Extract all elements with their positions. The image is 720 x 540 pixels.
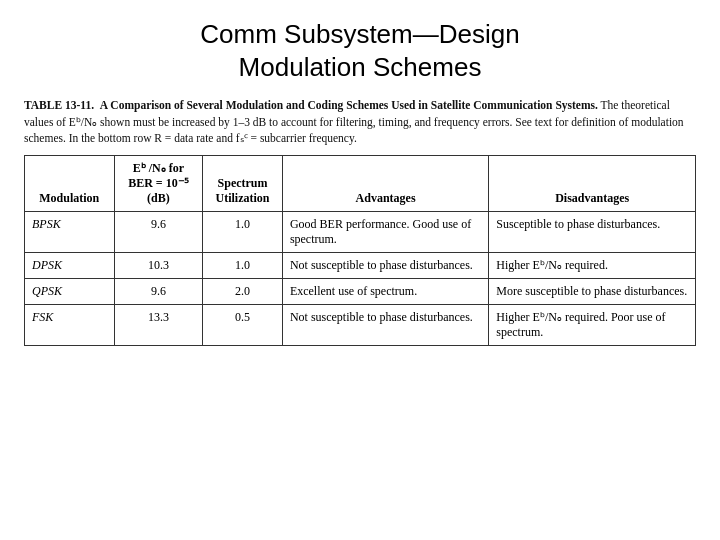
table-label: TABLE 13-11. (24, 99, 94, 111)
table-caption: TABLE 13-11. A Comparison of Several Mod… (24, 97, 696, 147)
cell-disadvantages: Susceptible to phase disturbances. (489, 212, 696, 253)
header-modulation: Modulation (25, 156, 115, 212)
comparison-table: Modulation Eᵇ /Nₒ for BER = 10⁻⁵ (dB) Sp… (24, 155, 696, 346)
cell-disadvantages: More susceptible to phase disturbances. (489, 279, 696, 305)
title-line1: Comm Subsystem—Design (200, 19, 519, 49)
cell-eb-no: 9.6 (114, 212, 203, 253)
cell-disadvantages: Higher Eᵇ/Nₒ required. (489, 253, 696, 279)
cell-advantages: Not susceptible to phase disturbances. (282, 305, 488, 346)
title-line2: Modulation Schemes (239, 52, 482, 82)
cell-eb-no: 10.3 (114, 253, 203, 279)
cell-modulation: QPSK (25, 279, 115, 305)
cell-advantages: Not susceptible to phase disturbances. (282, 253, 488, 279)
cell-spectrum: 0.5 (203, 305, 283, 346)
cell-disadvantages: Higher Eᵇ/Nₒ required. Poor use of spect… (489, 305, 696, 346)
page-title: Comm Subsystem—Design Modulation Schemes (24, 18, 696, 83)
cell-eb-no: 13.3 (114, 305, 203, 346)
header-advantages: Advantages (282, 156, 488, 212)
header-eb-no: Eᵇ /Nₒ for BER = 10⁻⁵ (dB) (114, 156, 203, 212)
cell-spectrum: 1.0 (203, 253, 283, 279)
cell-advantages: Good BER performance. Good use of spectr… (282, 212, 488, 253)
cell-modulation: DPSK (25, 253, 115, 279)
table-row: DPSK10.31.0Not susceptible to phase dist… (25, 253, 696, 279)
table-row: BPSK9.61.0Good BER performance. Good use… (25, 212, 696, 253)
cell-modulation: BPSK (25, 212, 115, 253)
cell-advantages: Excellent use of spectrum. (282, 279, 488, 305)
table-row: FSK13.30.5Not susceptible to phase distu… (25, 305, 696, 346)
table-header-row: Modulation Eᵇ /Nₒ for BER = 10⁻⁵ (dB) Sp… (25, 156, 696, 212)
header-spectrum: Spectrum Utilization (203, 156, 283, 212)
cell-spectrum: 1.0 (203, 212, 283, 253)
cell-eb-no: 9.6 (114, 279, 203, 305)
caption-bold: A Comparison of Several Modulation and C… (100, 99, 598, 111)
header-disadvantages: Disadvantages (489, 156, 696, 212)
cell-modulation: FSK (25, 305, 115, 346)
cell-spectrum: 2.0 (203, 279, 283, 305)
table-row: QPSK9.62.0Excellent use of spectrum.More… (25, 279, 696, 305)
table-body: BPSK9.61.0Good BER performance. Good use… (25, 212, 696, 346)
